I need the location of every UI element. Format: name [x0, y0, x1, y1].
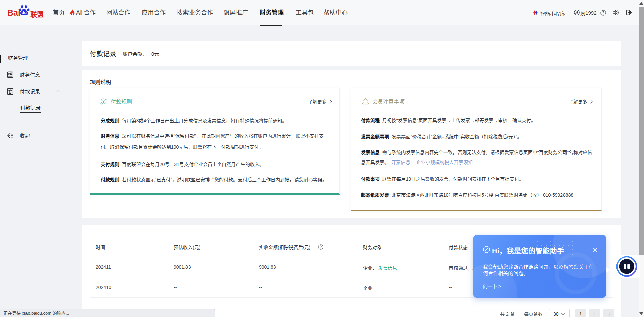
svg-text:du: du — [21, 10, 26, 15]
